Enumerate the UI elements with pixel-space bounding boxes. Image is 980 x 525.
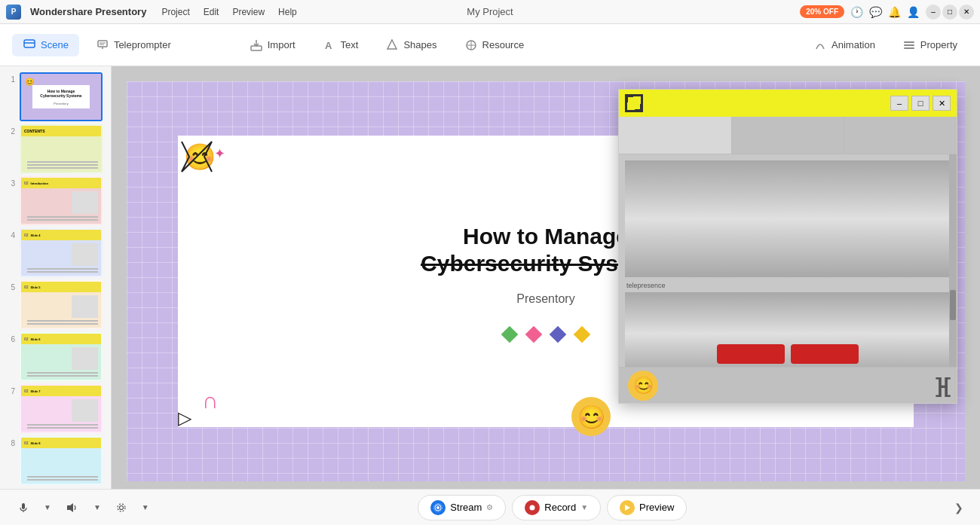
menu-help[interactable]: Help: [272, 4, 303, 20]
scroll-thumb[interactable]: [950, 290, 956, 320]
maximize-button[interactable]: □: [942, 5, 957, 20]
settings-chevron-icon: ▼: [142, 503, 149, 511]
svg-rect-13: [904, 41, 914, 43]
float-tab-3[interactable]: [844, 117, 957, 154]
menu-edit[interactable]: Edit: [198, 4, 225, 20]
slide-content-area: How to Manage Cybersecurity Systems Pres…: [112, 66, 980, 489]
svg-point-21: [436, 506, 439, 509]
slide-thumb-4[interactable]: 02 Slide 4: [20, 228, 103, 277]
float-label: telepresence: [619, 280, 957, 291]
slide-num-5: 5: [6, 283, 15, 291]
stream-button[interactable]: Stream ⚙: [418, 495, 506, 520]
toolbar-right: Animation Property: [803, 34, 968, 56]
slide-item-4[interactable]: 4 02 Slide 4: [6, 228, 105, 277]
bottom-emoji: 😊: [571, 397, 611, 436]
speaker-icon: [66, 502, 78, 513]
bell-icon[interactable]: 🔔: [888, 6, 901, 18]
settings-icon: [116, 502, 127, 513]
slide-item-8[interactable]: 8 02 Slide 8: [6, 436, 105, 485]
slide-num-8: 8: [6, 439, 15, 447]
float-tab-1[interactable]: [619, 117, 732, 154]
slide-item-7[interactable]: 7 02 Slide 7: [6, 384, 105, 433]
slide-thumb-6[interactable]: 02 Slide 6: [20, 332, 103, 381]
float-maximize-button[interactable]: □: [911, 96, 929, 111]
slide-thumb-2[interactable]: CONTENTS: [20, 124, 103, 173]
float-red-btn-2[interactable]: [791, 344, 859, 364]
float-bottom-area: 😊 ]-[: [619, 367, 957, 403]
floating-window[interactable]: – □ ✕ telepresence: [618, 89, 957, 404]
slide-num-2: 2: [6, 127, 15, 136]
record-button[interactable]: Record ▼: [512, 495, 601, 520]
title-bar-left: P Wondershare Presentory Project Edit Pr…: [6, 4, 303, 20]
expand-button[interactable]: ❯: [950, 499, 968, 517]
pink-swirl-bottom: ∩: [202, 388, 219, 414]
svg-rect-2: [98, 41, 107, 47]
toolbar-property[interactable]: Property: [892, 34, 968, 56]
speaker-control[interactable]: [60, 499, 84, 516]
toolbar-teleprompter[interactable]: Teleprompter: [85, 34, 182, 56]
float-media-area-1: [625, 160, 951, 277]
toolbar-import[interactable]: Import: [239, 34, 306, 56]
slide-item-1[interactable]: 1 How to ManageCybersecurity Systems Pre…: [6, 72, 105, 121]
property-label: Property: [920, 39, 957, 50]
chat-icon[interactable]: 💬: [869, 6, 882, 18]
slide-thumb-7[interactable]: 02 Slide 7: [20, 384, 103, 433]
zigzag-deco: [178, 138, 216, 176]
mic-dropdown[interactable]: ▼: [38, 500, 57, 514]
text-label: Text: [341, 39, 359, 50]
shapes-icon: [385, 38, 399, 52]
float-window-controls: – □ ✕: [890, 96, 951, 111]
float-red-btn-1[interactable]: [717, 344, 785, 364]
settings-control[interactable]: [110, 499, 133, 516]
diamond-pink: [525, 325, 543, 343]
float-tab-2[interactable]: [732, 117, 845, 154]
svg-point-19: [119, 505, 123, 509]
float-scrollbar[interactable]: [949, 154, 957, 367]
slide-num-4: 4: [6, 231, 15, 240]
toolbar-scene[interactable]: Scene: [12, 34, 79, 56]
svg-rect-0: [24, 40, 35, 47]
mic-chevron-icon: ▼: [44, 503, 51, 511]
user-icon[interactable]: 👤: [907, 6, 920, 18]
toolbar-text[interactable]: A Text: [312, 34, 369, 56]
title-bar: P Wondershare Presentory Project Edit Pr…: [0, 0, 980, 24]
float-close-button[interactable]: ✕: [933, 96, 951, 111]
record-label: Record: [544, 502, 576, 513]
slide-thumb-1[interactable]: How to ManageCybersecurity Systems Prese…: [20, 72, 103, 121]
mic-control[interactable]: [12, 499, 35, 516]
close-button[interactable]: ✕: [959, 5, 974, 20]
diamond-yellow: [574, 325, 591, 343]
brackets-icon: ]-[: [936, 374, 948, 398]
slide-thumb-8[interactable]: 02 Slide 8: [20, 436, 103, 485]
record-dropdown-icon[interactable]: ▼: [580, 503, 588, 511]
slide-item-3[interactable]: 3 02 Introduction: [6, 176, 105, 225]
svg-rect-15: [904, 47, 914, 49]
float-minimize-button[interactable]: –: [890, 96, 908, 111]
preview-button[interactable]: Preview: [607, 495, 687, 520]
menu-preview[interactable]: Preview: [226, 4, 271, 20]
promo-badge[interactable]: 20% OFF: [800, 5, 844, 18]
menu-project[interactable]: Project: [155, 4, 195, 20]
slide-thumb-3[interactable]: 02 Introduction: [20, 176, 103, 225]
minimize-button[interactable]: –: [926, 5, 941, 20]
animation-icon: [813, 38, 827, 52]
deco-tick-mark: ✦: [214, 145, 225, 162]
clock-icon[interactable]: 🕐: [850, 6, 863, 18]
toolbar-shapes[interactable]: Shapes: [375, 34, 447, 56]
svg-rect-14: [904, 44, 914, 46]
float-action-buttons: [717, 344, 859, 364]
toolbar-animation[interactable]: Animation: [803, 34, 886, 56]
shapes-label: Shapes: [403, 39, 436, 50]
settings-dropdown[interactable]: ▼: [136, 500, 155, 514]
slide-thumb-5[interactable]: 02 Slide 5: [20, 280, 103, 329]
stream-settings-icon[interactable]: ⚙: [486, 503, 493, 511]
diamond-green: [501, 325, 519, 343]
project-title: My Project: [467, 6, 513, 17]
animation-label: Animation: [831, 39, 875, 50]
slide-item-6[interactable]: 6 02 Slide 6: [6, 332, 105, 381]
slide-item-5[interactable]: 5 02 Slide 5: [6, 280, 105, 329]
speaker-dropdown[interactable]: ▼: [87, 500, 107, 514]
toolbar-resource[interactable]: Resource: [454, 34, 535, 56]
slide-item-2[interactable]: 2 CONTENTS: [6, 124, 105, 173]
import-label: Import: [268, 39, 296, 50]
